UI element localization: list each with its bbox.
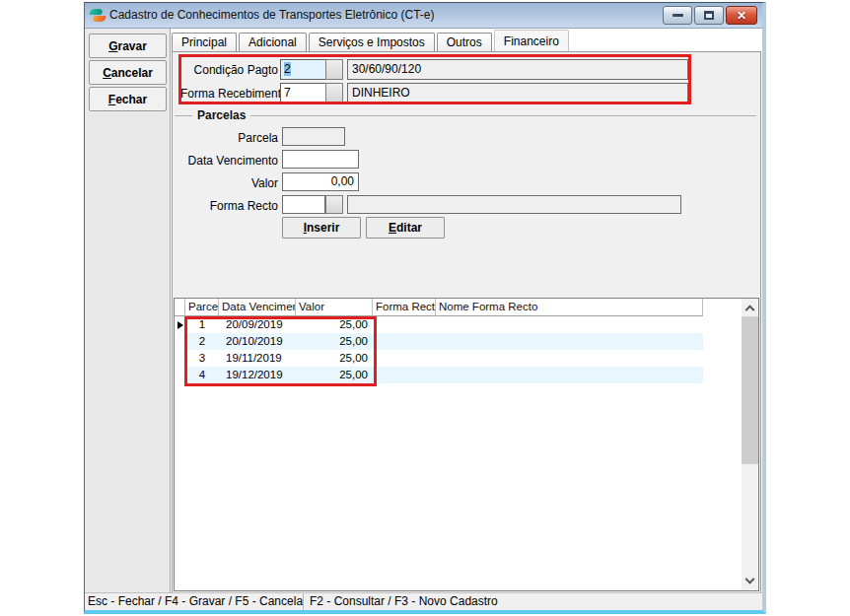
- forma-recto-lookup-button[interactable]: [325, 195, 343, 214]
- inserir-button[interactable]: Inserir: [282, 217, 361, 239]
- tab-servicos-impostos[interactable]: Serviços e Impostos: [309, 33, 435, 51]
- tab-strip: Principal Adicional Serviços e Impostos …: [172, 30, 571, 51]
- chevron-down-icon: [745, 575, 755, 584]
- grid-header-nome-forma-recto[interactable]: Nome Forma Recto: [436, 299, 703, 316]
- valor-label: Valor: [180, 176, 278, 190]
- forma-recebimento-lookup-button[interactable]: [325, 83, 343, 103]
- forma-recto-label: Forma Recto: [180, 199, 278, 213]
- forma-recto-description: [347, 195, 681, 214]
- tab-principal[interactable]: Principal: [172, 33, 237, 51]
- table-row[interactable]: 2 20/10/2019 25,00: [175, 333, 703, 350]
- status-bar: Esc - Fechar / F4 - Gravar / F5 - Cancel…: [85, 592, 762, 610]
- grid-header-data-vencimento[interactable]: Data Vencimento: [219, 299, 296, 316]
- fechar-button[interactable]: Fechar: [89, 87, 167, 111]
- tab-outros[interactable]: Outros: [437, 33, 492, 51]
- gravar-button[interactable]: Gravar: [89, 34, 167, 58]
- condicao-pagto-input[interactable]: 2: [280, 59, 326, 80]
- parcela-input[interactable]: [282, 127, 345, 146]
- grid-header-indicator: [175, 299, 185, 316]
- sidebar: Gravar Cancelar Fechar: [85, 29, 171, 597]
- forma-recebimento-description: DINHEIRO: [347, 83, 688, 103]
- maximize-icon: [704, 11, 714, 20]
- valor-input[interactable]: 0,00: [282, 172, 359, 191]
- financeiro-page: Condição Pagto 2 30/60/90/120 Forma Rece…: [172, 51, 761, 594]
- chevron-up-icon: [745, 305, 755, 314]
- parcelas-group-legend: Parcelas: [192, 108, 250, 122]
- parcela-label: Parcela: [180, 131, 278, 145]
- grid-vertical-scrollbar[interactable]: [742, 299, 758, 590]
- scrollbar-thumb[interactable]: [742, 316, 758, 464]
- data-vencimento-label: Data Vencimento: [180, 154, 278, 168]
- current-row-indicator: [175, 316, 185, 333]
- parcelas-grid: Parcela Data Vencimento Valor Forma Rect…: [174, 298, 759, 591]
- grid-header-valor[interactable]: Valor: [296, 299, 373, 316]
- table-row[interactable]: 3 19/11/2019 25,00: [175, 350, 703, 367]
- condicao-pagto-label: Condição Pagto: [180, 63, 278, 77]
- close-icon: ✕: [737, 10, 746, 22]
- cte-window: Cadastro de Conhecimentos de Transportes…: [84, 2, 766, 614]
- titlebar[interactable]: Cadastro de Conhecimentos de Transportes…: [85, 3, 762, 29]
- status-shortcuts-left: Esc - Fechar / F4 - Gravar / F5 - Cancel…: [85, 593, 304, 610]
- condicao-pagto-description: 30/60/90/120: [347, 59, 688, 80]
- forma-recebimento-label: Forma Recebimento: [180, 87, 278, 101]
- condicao-pagto-lookup-button[interactable]: [325, 59, 343, 80]
- table-row[interactable]: 4 19/12/2019 25,00: [175, 367, 703, 383]
- minimize-button[interactable]: [663, 6, 692, 25]
- maximize-button[interactable]: [694, 6, 724, 25]
- scroll-up-button[interactable]: [742, 299, 758, 315]
- cancelar-button[interactable]: Cancelar: [89, 60, 167, 85]
- parcelas-group-line: [175, 115, 756, 116]
- scroll-down-button[interactable]: [742, 574, 758, 590]
- grid-header: Parcela Data Vencimento Valor Forma Rect…: [175, 299, 703, 316]
- desktop: Cadastro de Conhecimentos de Transportes…: [0, 0, 850, 616]
- close-button[interactable]: ✕: [726, 6, 757, 25]
- data-vencimento-input[interactable]: [282, 150, 359, 169]
- app-logo-icon: [90, 9, 106, 23]
- caption-buttons: ✕: [663, 6, 757, 25]
- grid-header-forma-recto[interactable]: Forma Recto: [373, 299, 436, 316]
- editar-button[interactable]: Editar: [366, 217, 445, 239]
- forma-recebimento-input[interactable]: 7: [280, 83, 326, 103]
- tab-control: Principal Adicional Serviços e Impostos …: [172, 30, 761, 597]
- status-shortcuts-right: F2 - Consultar / F3 - Novo Cadastro: [304, 593, 762, 610]
- grid-header-parcela[interactable]: Parcela: [185, 299, 219, 316]
- tab-adicional[interactable]: Adicional: [239, 33, 307, 51]
- minimize-icon: [673, 14, 683, 17]
- window-title: Cadastro de Conhecimentos de Transportes…: [109, 8, 435, 22]
- tab-financeiro[interactable]: Financeiro: [494, 30, 569, 51]
- current-row-arrow-icon: [177, 321, 183, 329]
- forma-recto-input[interactable]: [282, 195, 325, 214]
- table-row[interactable]: 1 20/09/2019 25,00: [175, 316, 703, 333]
